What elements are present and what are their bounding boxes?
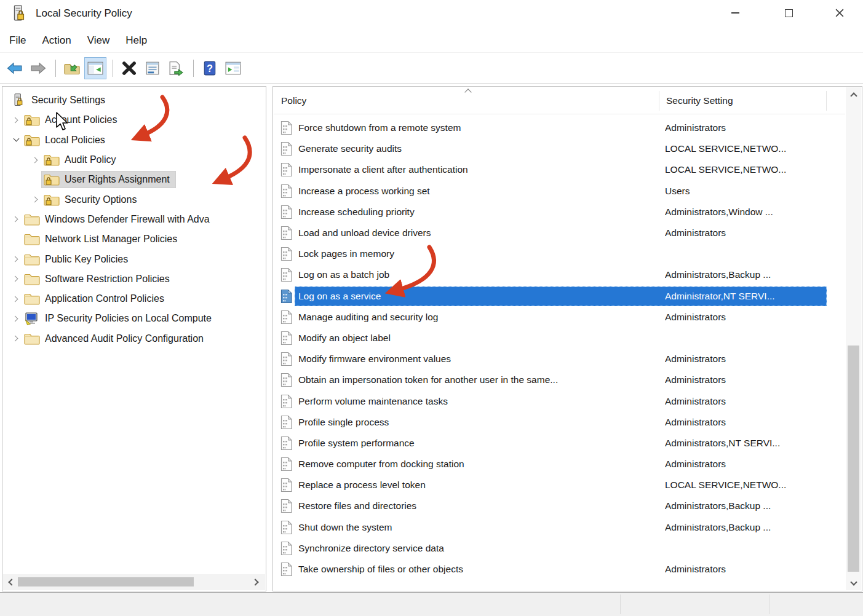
policy-row[interactable]: Increase a process working setUsers bbox=[274, 181, 845, 202]
minimize-icon bbox=[731, 12, 739, 14]
policy-row[interactable]: Increase scheduling priorityAdministrato… bbox=[274, 202, 845, 223]
policy-row[interactable]: Force shutdown from a remote systemAdmin… bbox=[274, 117, 845, 138]
expand-expanded-icon[interactable] bbox=[10, 134, 22, 146]
policy-row[interactable]: Log on as a batch jobAdministrators,Back… bbox=[274, 264, 845, 285]
menu-action[interactable]: Action bbox=[34, 31, 79, 50]
policy-row[interactable]: Shut down the systemAdministrators,Backu… bbox=[274, 517, 845, 538]
tree-item-software-restriction-policies[interactable]: Software Restriction Policies bbox=[4, 269, 264, 289]
policy-list-pane: Policy Security Setting Force shutdown f… bbox=[272, 86, 862, 591]
folder-lock-icon bbox=[44, 173, 60, 186]
policy-icon bbox=[280, 310, 293, 325]
scroll-down-button[interactable] bbox=[846, 575, 861, 590]
tree-item-account-policies[interactable]: Account Policies bbox=[4, 110, 264, 130]
tree-item-windows-defender-firewall[interactable]: Windows Defender Firewall with Adva bbox=[4, 210, 264, 229]
folder-icon bbox=[24, 272, 40, 286]
vertical-scrollbar[interactable] bbox=[846, 87, 861, 590]
show-console-tree-button[interactable] bbox=[84, 57, 106, 79]
tree-item-public-key-policies[interactable]: Public Key Policies bbox=[4, 249, 264, 269]
policy-row[interactable]: Load and unload device driversAdministra… bbox=[274, 223, 845, 243]
back-button[interactable] bbox=[4, 57, 26, 79]
ipsec-icon bbox=[24, 312, 40, 325]
policy-row[interactable]: Obtain an impersonation token for anothe… bbox=[274, 369, 845, 390]
new-window-button[interactable] bbox=[222, 57, 244, 79]
up-folder-button[interactable] bbox=[61, 57, 83, 79]
chevron-right-icon bbox=[252, 578, 258, 585]
tree-item-local-policies[interactable]: Local Policies bbox=[4, 130, 264, 150]
minimize-button[interactable] bbox=[721, 1, 749, 25]
policy-icon bbox=[280, 226, 293, 240]
tree-item-security-settings[interactable]: Security Settings bbox=[4, 90, 264, 110]
tree-item-application-control-policies[interactable]: Application Control Policies bbox=[4, 289, 264, 309]
tree-item-ip-security-policies[interactable]: IP Security Policies on Local Compute bbox=[4, 309, 264, 328]
help-button[interactable]: ? bbox=[199, 57, 221, 79]
statusbar-divider bbox=[620, 594, 621, 614]
column-header-security-setting[interactable]: Security Setting bbox=[666, 95, 733, 106]
expand-collapsed-icon[interactable] bbox=[10, 253, 22, 266]
policy-row[interactable]: Modify firmware environment valuesAdmini… bbox=[274, 349, 845, 369]
expand-collapsed-icon[interactable] bbox=[10, 293, 22, 305]
policy-row[interactable]: Replace a process level tokenLOCAL SERVI… bbox=[274, 475, 845, 496]
policy-icon bbox=[280, 141, 293, 156]
policy-row[interactable]: Manage auditing and security logAdminist… bbox=[274, 307, 845, 328]
policy-icon bbox=[280, 184, 293, 199]
close-button[interactable] bbox=[825, 1, 854, 25]
menu-view[interactable]: View bbox=[79, 31, 118, 50]
folder-lock-icon bbox=[24, 133, 40, 147]
policy-row[interactable]: Modify an object label bbox=[274, 328, 845, 349]
policy-row[interactable]: Take ownership of files or other objects… bbox=[274, 559, 845, 580]
policy-row[interactable]: Perform volume maintenance tasksAdminist… bbox=[274, 390, 845, 411]
properties-button[interactable] bbox=[141, 57, 164, 79]
vertical-scrollbar-thumb[interactable] bbox=[848, 346, 859, 572]
policy-row[interactable]: Restore files and directoriesAdministrat… bbox=[274, 496, 845, 516]
properties-icon bbox=[145, 61, 160, 76]
policy-row[interactable]: Impersonate a client after authenticatio… bbox=[274, 159, 845, 180]
toolbar-separator bbox=[193, 60, 194, 77]
column-divider[interactable] bbox=[826, 91, 827, 111]
close-icon bbox=[835, 9, 844, 17]
policy-row-selected[interactable]: Log on as a service Administrator,NT SER… bbox=[274, 286, 845, 307]
policy-row[interactable]: Profile single processAdministrators bbox=[274, 412, 845, 433]
column-divider[interactable] bbox=[659, 91, 659, 111]
expand-collapsed-icon[interactable] bbox=[10, 333, 22, 345]
expand-collapsed-icon[interactable] bbox=[10, 114, 22, 126]
scroll-right-button[interactable] bbox=[249, 575, 264, 590]
console-tree-pane: Security Settings Account Policies Local… bbox=[2, 86, 266, 591]
tree-item-user-rights-assignment[interactable]: User Rights Assignment bbox=[4, 170, 264, 189]
folder-lock-icon bbox=[24, 113, 40, 127]
horizontal-scrollbar[interactable] bbox=[3, 574, 265, 590]
chevron-down-icon bbox=[850, 578, 857, 585]
folder-lock-icon bbox=[44, 193, 60, 207]
horizontal-scrollbar-thumb[interactable] bbox=[18, 577, 194, 586]
toolbar-separator bbox=[55, 60, 56, 77]
new-window-icon bbox=[225, 61, 241, 75]
policy-row[interactable]: Generate security auditsLOCAL SERVICE,NE… bbox=[274, 138, 845, 159]
tree-item-audit-policy[interactable]: Audit Policy bbox=[4, 150, 264, 170]
forward-icon bbox=[30, 61, 46, 75]
maximize-button[interactable] bbox=[774, 1, 803, 25]
policy-icon bbox=[280, 331, 293, 346]
policy-icon bbox=[280, 520, 293, 535]
tree-item-network-list-manager-policies[interactable]: Network List Manager Policies bbox=[4, 229, 264, 249]
expand-collapsed-icon[interactable] bbox=[10, 213, 22, 226]
tree-item-advanced-audit-policy-configuration[interactable]: Advanced Audit Policy Configuration bbox=[4, 329, 264, 349]
policy-row[interactable]: Remove computer from docking stationAdmi… bbox=[274, 454, 845, 475]
menu-help[interactable]: Help bbox=[117, 31, 155, 50]
expand-collapsed-icon[interactable] bbox=[30, 154, 42, 166]
tree-item-security-options[interactable]: Security Options bbox=[4, 189, 264, 209]
expand-collapsed-icon[interactable] bbox=[10, 312, 22, 325]
folder-icon bbox=[24, 292, 40, 306]
menu-file[interactable]: File bbox=[1, 31, 34, 50]
scroll-left-button[interactable] bbox=[3, 575, 18, 590]
expand-collapsed-icon[interactable] bbox=[10, 273, 22, 285]
scroll-up-button[interactable] bbox=[846, 87, 861, 102]
policy-row[interactable]: Profile system performanceAdministrators… bbox=[274, 433, 845, 454]
delete-button[interactable] bbox=[118, 57, 140, 79]
expand-collapsed-icon[interactable] bbox=[30, 194, 42, 206]
export-list-button[interactable] bbox=[165, 57, 187, 79]
back-icon bbox=[7, 61, 23, 75]
column-header-policy[interactable]: Policy bbox=[281, 95, 306, 106]
policy-row[interactable]: Lock pages in memory bbox=[274, 243, 845, 264]
forward-button[interactable] bbox=[27, 57, 49, 79]
policy-row[interactable]: Synchronize directory service data bbox=[274, 538, 845, 559]
toolbar-separator bbox=[113, 60, 113, 77]
